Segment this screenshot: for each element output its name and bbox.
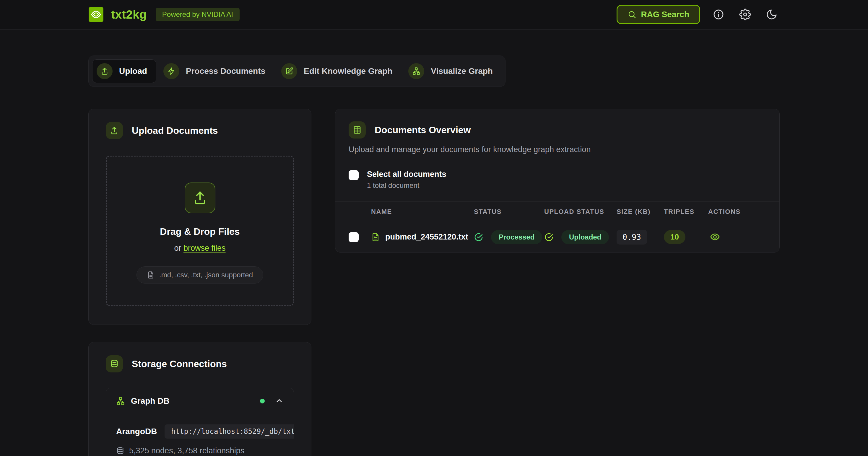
col-header-upload-status: Upload Status — [544, 208, 617, 216]
tab-edit-knowledge-graph-label: Edit Knowledge Graph — [304, 66, 392, 76]
eye-icon — [710, 232, 720, 242]
tab-process-documents[interactable]: Process Documents — [159, 60, 274, 83]
dropzone-or-text: or — [174, 243, 181, 253]
storage-card-title: Storage Connections — [132, 359, 227, 369]
tab-visualize-graph[interactable]: Visualize Graph — [404, 60, 502, 83]
total-documents-label: 1 total document — [367, 181, 446, 190]
graph-db-stats: 5,325 nodes, 3,758 relationships — [116, 446, 284, 455]
upload-status-badge: Uploaded — [561, 230, 609, 244]
graph-db-provider: ArangoDB — [116, 427, 157, 436]
moon-icon — [766, 8, 778, 21]
brand: txt2kg Powered by NVIDIA AI — [89, 7, 240, 22]
status-badge: Processed — [491, 230, 542, 244]
graph-db-icon — [116, 397, 125, 405]
tab-bar: Upload Process Documents Edit Knowledge … — [88, 56, 505, 87]
app-header: txt2kg Powered by NVIDIA AI RAG Search — [0, 0, 868, 30]
graph-db-label: Graph DB — [131, 396, 169, 406]
dropzone-heading: Drag & Drop Files — [160, 226, 240, 237]
storage-connections-card: Storage Connections — [88, 342, 311, 456]
row-checkbox[interactable] — [349, 232, 359, 242]
upload-card-title: Upload Documents — [132, 125, 218, 136]
col-header-size: Size (KB) — [617, 208, 664, 216]
upload-documents-card: Upload Documents Drag & Drop Files or br… — [88, 109, 311, 325]
nvidia-eye-logo — [89, 7, 103, 22]
chevron-up-icon — [275, 397, 284, 405]
documents-table-header: Name Status Upload Status Size (KB) Trip… — [335, 201, 779, 222]
upload-icon — [97, 63, 113, 79]
file-text-icon — [371, 233, 380, 241]
tab-upload-label: Upload — [119, 66, 147, 76]
gear-icon — [739, 8, 751, 21]
db-connections-panel: Graph DB — [106, 388, 294, 456]
documents-card-title: Documents Overview — [375, 125, 471, 136]
tab-upload[interactable]: Upload — [92, 59, 156, 83]
col-header-actions: Actions — [708, 208, 766, 216]
table-icon — [349, 121, 366, 138]
graph-db-url: http://localhost:8529/_db/txt2kg — [164, 424, 294, 438]
graph-icon — [408, 63, 424, 79]
graph-db-stats-text: 5,325 nodes, 3,758 relationships — [129, 446, 244, 455]
dropzone-subtext: or browse files — [174, 243, 225, 253]
rag-search-button[interactable]: RAG Search — [617, 5, 700, 24]
settings-button[interactable] — [737, 6, 753, 23]
zap-icon — [163, 63, 179, 79]
browse-files-link[interactable]: browse files — [183, 243, 226, 253]
tab-edit-knowledge-graph[interactable]: Edit Knowledge Graph — [277, 60, 401, 83]
dark-mode-toggle[interactable] — [764, 6, 780, 23]
file-dropzone[interactable]: Drag & Drop Files or browse files .md, .… — [106, 156, 294, 306]
main-content: Upload Process Documents Edit Knowledge … — [88, 30, 780, 456]
view-document-button[interactable] — [708, 230, 722, 243]
tab-visualize-graph-label: Visualize Graph — [431, 66, 493, 76]
rag-search-label: RAG Search — [641, 10, 689, 19]
triples-count-badge: 10 — [664, 230, 685, 244]
check-circle-icon — [474, 232, 483, 242]
supported-formats-note: .md, .csv, .txt, .json supported — [136, 266, 263, 284]
graph-db-toggle[interactable]: Graph DB — [106, 388, 294, 414]
check-circle-icon — [544, 232, 554, 242]
database-icon — [116, 447, 124, 455]
graph-db-details: ArangoDB http://localhost:8529/_db/txt2k… — [106, 414, 294, 456]
select-all-label: Select all documents — [367, 170, 446, 179]
info-icon — [713, 8, 724, 21]
col-header-triples: Triples — [664, 208, 708, 216]
documents-overview-card: Documents Overview Upload and manage you… — [335, 109, 780, 253]
header-actions: RAG Search — [617, 5, 780, 24]
graph-db-status-dot — [260, 399, 265, 403]
powered-by-badge: Powered by NVIDIA AI — [156, 8, 240, 21]
size-value: 0.93 — [617, 230, 647, 245]
file-icon — [147, 271, 155, 279]
table-row: pubmed_24552120.txt Processed — [335, 222, 779, 252]
upload-cloud-icon — [185, 183, 215, 213]
documents-card-subtitle: Upload and manage your documents for kno… — [349, 145, 766, 154]
tab-process-documents-label: Process Documents — [186, 66, 265, 76]
col-header-status: Status — [474, 208, 544, 216]
documents-table: Name Status Upload Status Size (KB) Trip… — [335, 201, 779, 252]
app-title: txt2kg — [111, 8, 147, 21]
supported-formats-label: .md, .csv, .txt, .json supported — [159, 271, 253, 279]
database-icon — [106, 355, 123, 372]
search-icon — [627, 10, 637, 19]
upload-icon — [106, 122, 123, 139]
col-header-name: Name — [371, 208, 474, 216]
select-all-checkbox[interactable] — [349, 170, 359, 180]
edit-icon — [281, 63, 297, 79]
document-name: pubmed_24552120.txt — [385, 232, 468, 241]
info-button[interactable] — [710, 6, 727, 23]
